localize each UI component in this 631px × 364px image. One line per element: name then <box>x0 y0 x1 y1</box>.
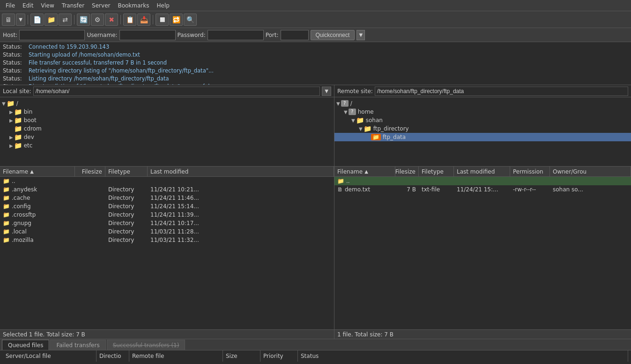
local-site-input[interactable] <box>33 87 320 96</box>
local-site-dropdown[interactable]: ▼ <box>322 87 331 96</box>
remote-file-row-demotxt[interactable]: 🗎demo.txt 7 B txt-file 11/24/21 15:... -… <box>334 185 631 194</box>
new-tab-button[interactable]: 📄 <box>30 14 44 26</box>
tree-item-remote-ftpdir[interactable]: ▼ 📁 ftp_directory <box>334 124 631 133</box>
sync-button[interactable]: 🔁 <box>170 14 183 26</box>
site-manager-dropdown[interactable]: ▼ <box>16 14 25 26</box>
host-input[interactable] <box>19 30 85 40</box>
queue-col-priority[interactable]: Priority <box>260 350 298 362</box>
local-file-row-parent[interactable]: 📁.. <box>0 177 334 185</box>
local-file-row-config[interactable]: 📁.config Directory 11/24/21 15:14... <box>0 202 334 211</box>
tree-item-bin[interactable]: ▶ 📁 bin <box>0 108 334 116</box>
menu-bookmarks[interactable]: Bookmarks <box>114 1 153 10</box>
folder-icon-remote-parent: 📁 <box>337 178 344 184</box>
menu-help[interactable]: Help <box>153 1 173 10</box>
panel-switch-button[interactable]: ⇄ <box>59 14 72 26</box>
local-file-row-gnupg[interactable]: 📁.gnupg Directory 11/24/21 10:17... <box>0 219 334 227</box>
local-file-name-crossftp: 📁.crossftp <box>0 211 75 218</box>
toolbar-sep-3 <box>120 15 121 24</box>
remote-site-label: Remote site: <box>337 88 373 95</box>
local-file-modified-config: 11/24/21 15:14... <box>148 203 334 210</box>
download-button[interactable]: 📥 <box>137 14 150 26</box>
local-file-row-anydesk[interactable]: 📁.anydesk Directory 11/24/21 10:21... <box>0 185 334 194</box>
local-file-size-local <box>75 231 105 232</box>
logfile-button[interactable]: 📋 <box>123 14 136 26</box>
folder-icon-root: 📁 <box>7 100 15 107</box>
site-manager-button[interactable]: 🖥 <box>2 14 15 26</box>
tree-item-dev[interactable]: ▶ 📁 dev <box>0 133 334 141</box>
tree-arrow-boot[interactable]: ▶ <box>9 118 13 123</box>
remote-col-modified[interactable]: Last modified <box>454 167 510 176</box>
local-file-list-body[interactable]: 📁.. 📁.anydesk Directory 11/24/21 10:21..… <box>0 177 334 329</box>
tree-arrow-remote-home[interactable]: ▼ <box>344 109 348 115</box>
password-input[interactable] <box>208 30 264 40</box>
local-file-row-mozilla[interactable]: 📁.mozilla Directory 11/03/21 11:32... <box>0 236 334 244</box>
menu-server[interactable]: Server <box>88 1 114 10</box>
tab-failed-transfers[interactable]: Failed transfers <box>50 340 105 350</box>
queue-col-direction[interactable]: Directio <box>97 350 129 362</box>
queue-col-size[interactable]: Size <box>223 350 260 362</box>
tree-arrow-remote-root[interactable]: ▼ <box>336 101 340 106</box>
tree-item-boot[interactable]: ▶ 📁 boot <box>0 116 334 124</box>
tree-arrow-bin[interactable]: ▶ <box>9 109 13 115</box>
local-file-list-header: Filename ▲ Filesize Filetype Last modifi… <box>0 167 334 177</box>
local-file-row-local[interactable]: 📁.local Directory 11/03/21 11:28... <box>0 227 334 236</box>
tree-name-dev: dev <box>24 134 34 140</box>
remote-col-owner[interactable]: Owner/Grou <box>550 167 631 176</box>
local-file-size-anydesk <box>75 189 105 190</box>
tab-queued-files[interactable]: Queued files <box>2 340 49 350</box>
queue-button[interactable]: ⚙ <box>91 14 104 26</box>
local-file-row-cache[interactable]: 📁.cache Directory 11/24/21 11:46... <box>0 194 334 202</box>
remote-file-row-parent[interactable]: 📁.. <box>334 177 631 185</box>
queue-col-remote[interactable]: Remote file <box>129 350 223 362</box>
remote-col-filename[interactable]: Filename ▲ <box>334 167 395 176</box>
remote-col-permission[interactable]: Permission <box>510 167 550 176</box>
cancel-button[interactable]: ✖ <box>105 14 118 26</box>
menu-edit[interactable]: Edit <box>19 1 37 10</box>
tree-arrow-remote-ftpdir[interactable]: ▼ <box>359 126 363 131</box>
tree-arrow-remote-sohan[interactable]: ▼ <box>351 118 355 123</box>
view-button[interactable]: 🔲 <box>156 14 169 26</box>
toggle-button[interactable]: 📁 <box>45 14 58 26</box>
quickconnect-button[interactable]: Quickconnect <box>311 30 355 40</box>
menu-file[interactable]: File <box>2 1 19 10</box>
tree-item-etc[interactable]: ▶ 📁 etc <box>0 141 334 150</box>
tree-arrow-etc[interactable]: ▶ <box>9 143 13 148</box>
quickconnect-dropdown[interactable]: ▼ <box>356 30 365 40</box>
tree-arrow-dev[interactable]: ▶ <box>9 135 13 140</box>
menu-transfer[interactable]: Transfer <box>58 1 88 10</box>
tree-item-remote-home[interactable]: ▼ ? home <box>334 108 631 116</box>
tree-item-cdrom[interactable]: ▶ 📁 cdrom <box>0 124 334 133</box>
remote-col-filesize[interactable]: Filesize <box>395 167 419 176</box>
remote-col-filetype[interactable]: Filetype <box>419 167 454 176</box>
local-file-name-cache: 📁.cache <box>0 194 75 202</box>
tab-successful-transfers[interactable]: Successful transfers (1) <box>107 340 186 350</box>
search-button[interactable]: 🔍 <box>184 14 197 26</box>
remote-file-type-parent <box>419 181 454 182</box>
local-col-modified[interactable]: Last modified <box>148 167 334 176</box>
port-input[interactable] <box>281 30 309 40</box>
local-col-filesize[interactable]: Filesize <box>75 167 105 176</box>
local-col-filename[interactable]: Filename ▲ <box>0 167 75 176</box>
toolbar: 🖥 ▼ 📄 📁 ⇄ 🔄 ⚙ ✖ 📋 📥 🔲 🔁 🔍 <box>0 11 631 28</box>
queue-col-server[interactable]: Server/Local file <box>3 350 97 362</box>
refresh-button[interactable]: 🔄 <box>77 14 90 26</box>
menu-view[interactable]: View <box>37 1 58 10</box>
status-text-3: File transfer successful, transferred 7 … <box>29 59 167 67</box>
tree-item-remote-ftpdata[interactable]: ▶ 📁 ftp_data <box>334 133 631 141</box>
tree-item-remote-sohan[interactable]: ▼ 📁 sohan <box>334 116 631 124</box>
remote-tree: ▼ ? / ▼ ? home ▼ 📁 sohan ▼ 📁 <box>334 97 631 167</box>
folder-icon-cache: 📁 <box>3 195 10 201</box>
tree-item-root[interactable]: ▼ 📁 / <box>0 99 334 108</box>
tree-item-remote-root[interactable]: ▼ ? / <box>334 99 631 108</box>
queue-col-status[interactable]: Status <box>298 350 628 362</box>
tree-arrow-root[interactable]: ▼ <box>2 101 6 106</box>
username-input[interactable] <box>119 30 176 40</box>
local-file-name-parent: 📁.. <box>0 177 75 185</box>
local-col-filetype[interactable]: Filetype <box>105 167 148 176</box>
local-file-type-parent <box>105 181 148 182</box>
local-file-modified-anydesk: 11/24/21 10:21... <box>148 186 334 193</box>
remote-file-list-body[interactable]: 📁.. 🗎demo.txt 7 B txt-file 11/24/21 15:.… <box>334 177 631 329</box>
remote-site-input[interactable] <box>375 87 628 96</box>
local-file-row-crossftp[interactable]: 📁.crossftp Directory 11/24/21 11:39... <box>0 211 334 219</box>
toolbar-sep-2 <box>74 15 74 24</box>
